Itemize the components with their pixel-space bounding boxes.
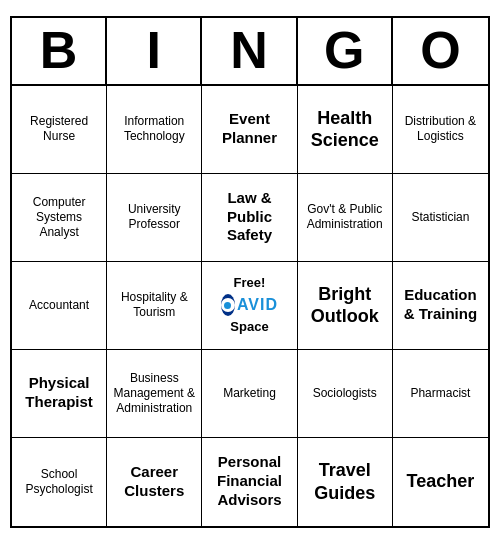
bingo-cell-19: Pharmacist (393, 350, 488, 438)
bingo-letter-b: B (12, 18, 107, 83)
bingo-letter-n: N (202, 18, 297, 83)
bingo-header: BINGO (12, 18, 488, 85)
bingo-cell-10: Accountant (12, 262, 107, 350)
bingo-cell-21: Career Clusters (107, 438, 202, 526)
bingo-cell-6: University Professor (107, 174, 202, 262)
bingo-cell-24: Teacher (393, 438, 488, 526)
bingo-cell-18: Sociologists (298, 350, 393, 438)
bingo-cell-0: Registered Nurse (12, 86, 107, 174)
bingo-cell-23: Travel Guides (298, 438, 393, 526)
bingo-cell-2: Event Planner (202, 86, 297, 174)
bingo-cell-12: Free! AVID Space (202, 262, 297, 350)
bingo-cell-13: Bright Outlook (298, 262, 393, 350)
bingo-cell-14: Education & Training (393, 262, 488, 350)
bingo-cell-1: Information Technology (107, 86, 202, 174)
bingo-cell-9: Statistician (393, 174, 488, 262)
bingo-cell-4: Distribution & Logistics (393, 86, 488, 174)
bingo-cell-3: Health Science (298, 86, 393, 174)
bingo-cell-16: Business Management & Administration (107, 350, 202, 438)
bingo-cell-8: Gov't & Public Administration (298, 174, 393, 262)
bingo-card: BINGO Registered NurseInformation Techno… (10, 16, 490, 527)
bingo-grid: Registered NurseInformation TechnologyEv… (12, 86, 488, 526)
bingo-letter-i: I (107, 18, 202, 83)
bingo-cell-17: Marketing (202, 350, 297, 438)
bingo-cell-15: Physical Therapist (12, 350, 107, 438)
bingo-letter-g: G (298, 18, 393, 83)
bingo-cell-5: Computer Systems Analyst (12, 174, 107, 262)
bingo-letter-o: O (393, 18, 488, 83)
bingo-cell-22: Personal Financial Advisors (202, 438, 297, 526)
bingo-cell-20: School Psychologist (12, 438, 107, 526)
bingo-cell-11: Hospitality & Tourism (107, 262, 202, 350)
bingo-cell-7: Law & Public Safety (202, 174, 297, 262)
